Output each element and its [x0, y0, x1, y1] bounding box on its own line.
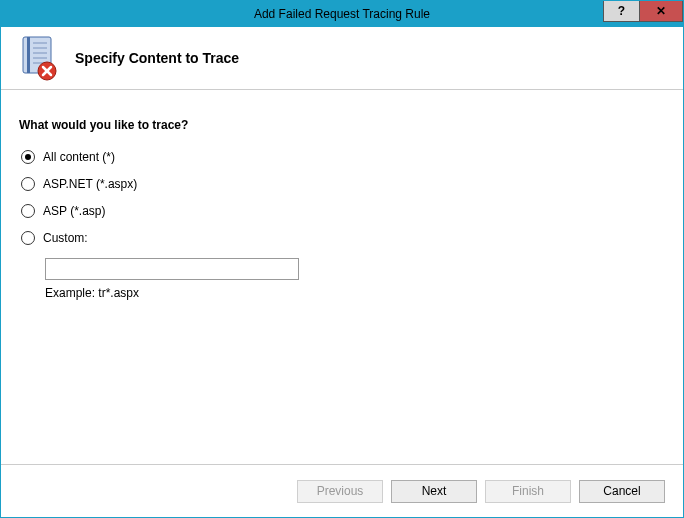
window-title: Add Failed Request Tracing Rule — [1, 1, 683, 27]
titlebar: Add Failed Request Tracing Rule ? ✕ — [1, 1, 683, 27]
svg-rect-1 — [27, 37, 30, 73]
radio-icon — [21, 231, 35, 245]
titlebar-buttons: ? ✕ — [603, 1, 683, 27]
help-button[interactable]: ? — [603, 1, 639, 22]
option-label: Custom: — [43, 231, 88, 245]
option-aspnet[interactable]: ASP.NET (*.aspx) — [21, 177, 665, 191]
option-label: ASP.NET (*.aspx) — [43, 177, 137, 191]
finish-button[interactable]: Finish — [485, 480, 571, 503]
option-all-content[interactable]: All content (*) — [21, 150, 665, 164]
prompt-label: What would you like to trace? — [19, 118, 665, 132]
close-icon: ✕ — [656, 4, 666, 18]
page-title: Specify Content to Trace — [75, 50, 239, 66]
radio-icon — [21, 204, 35, 218]
option-custom[interactable]: Custom: — [21, 231, 665, 245]
notebook-icon — [19, 35, 57, 81]
trace-options-group: All content (*) ASP.NET (*.aspx) ASP (*.… — [21, 150, 665, 300]
option-label: ASP (*.asp) — [43, 204, 105, 218]
custom-input-row — [45, 258, 665, 280]
option-label: All content (*) — [43, 150, 115, 164]
example-label: Example: tr*.aspx — [45, 286, 665, 300]
radio-icon — [21, 150, 35, 164]
content-area: What would you like to trace? All conten… — [1, 90, 683, 300]
radio-icon — [21, 177, 35, 191]
wizard-footer: Previous Next Finish Cancel — [1, 464, 683, 517]
previous-button[interactable]: Previous — [297, 480, 383, 503]
close-button[interactable]: ✕ — [639, 1, 683, 22]
dialog-window: Add Failed Request Tracing Rule ? ✕ S — [0, 0, 684, 518]
wizard-header: Specify Content to Trace — [1, 27, 683, 90]
option-asp[interactable]: ASP (*.asp) — [21, 204, 665, 218]
next-button[interactable]: Next — [391, 480, 477, 503]
custom-pattern-input[interactable] — [45, 258, 299, 280]
cancel-button[interactable]: Cancel — [579, 480, 665, 503]
